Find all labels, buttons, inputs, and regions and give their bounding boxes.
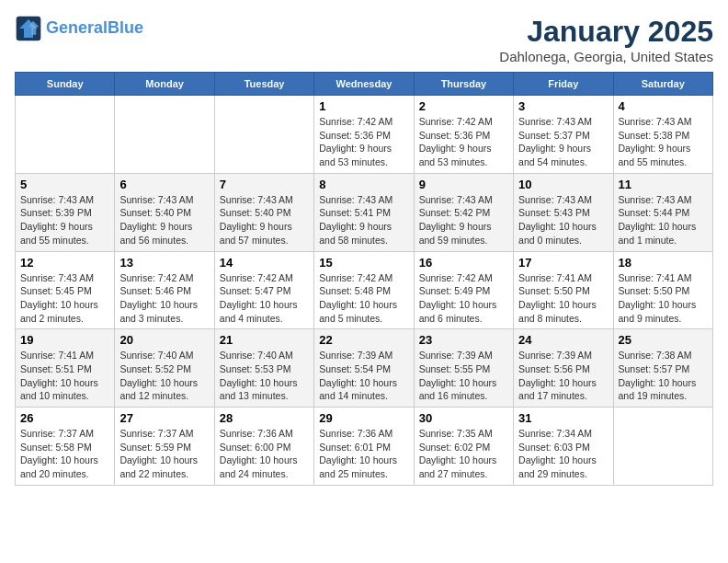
calendar-cell: 5Sunrise: 7:43 AM Sunset: 5:39 PM Daylig… [16, 173, 115, 251]
cell-info: Sunrise: 7:39 AM Sunset: 5:54 PM Dayligh… [319, 349, 408, 403]
col-header-thursday: Thursday [414, 73, 513, 96]
calendar-cell: 31Sunrise: 7:34 AM Sunset: 6:03 PM Dayli… [514, 408, 613, 486]
cell-info: Sunrise: 7:37 AM Sunset: 5:58 PM Dayligh… [20, 427, 109, 481]
cell-info: Sunrise: 7:41 AM Sunset: 5:51 PM Dayligh… [20, 349, 109, 403]
col-header-tuesday: Tuesday [214, 73, 313, 96]
cell-info: Sunrise: 7:36 AM Sunset: 6:01 PM Dayligh… [319, 427, 408, 481]
cell-info: Sunrise: 7:37 AM Sunset: 5:59 PM Dayligh… [119, 427, 209, 481]
calendar-cell: 19Sunrise: 7:41 AM Sunset: 5:51 PM Dayli… [16, 329, 115, 408]
cell-info: Sunrise: 7:43 AM Sunset: 5:38 PM Dayligh… [619, 115, 708, 169]
cell-info: Sunrise: 7:42 AM Sunset: 5:36 PM Dayligh… [319, 115, 408, 169]
calendar-cell: 21Sunrise: 7:40 AM Sunset: 5:53 PM Dayli… [214, 329, 313, 408]
cell-info: Sunrise: 7:36 AM Sunset: 6:00 PM Dayligh… [220, 427, 309, 481]
calendar-cell: 15Sunrise: 7:42 AM Sunset: 5:48 PM Dayli… [314, 251, 414, 329]
cell-date-number: 14 [220, 256, 309, 270]
cell-date-number: 8 [319, 178, 408, 191]
cell-date-number: 17 [518, 256, 608, 270]
cell-date-number: 30 [419, 411, 508, 425]
cell-date-number: 20 [119, 333, 209, 347]
calendar-cell: 1Sunrise: 7:42 AM Sunset: 5:36 PM Daylig… [314, 96, 414, 174]
cell-date-number: 11 [619, 178, 708, 191]
cell-info: Sunrise: 7:43 AM Sunset: 5:45 PM Dayligh… [20, 271, 109, 326]
calendar-cell: 27Sunrise: 7:37 AM Sunset: 5:59 PM Dayli… [115, 408, 214, 486]
cell-date-number: 7 [220, 178, 309, 191]
calendar-cell: 6Sunrise: 7:43 AM Sunset: 5:40 PM Daylig… [115, 173, 214, 251]
cell-date-number: 9 [419, 178, 508, 191]
calendar-cell: 30Sunrise: 7:35 AM Sunset: 6:02 PM Dayli… [414, 408, 513, 486]
cell-info: Sunrise: 7:41 AM Sunset: 5:50 PM Dayligh… [518, 271, 608, 326]
cell-date-number: 21 [220, 333, 309, 347]
page-header: GeneralBlue January 2025 Dahlonega, Geor… [15, 15, 713, 64]
cell-info: Sunrise: 7:43 AM Sunset: 5:44 PM Dayligh… [619, 193, 708, 247]
calendar-cell: 24Sunrise: 7:39 AM Sunset: 5:56 PM Dayli… [514, 329, 613, 408]
cell-info: Sunrise: 7:42 AM Sunset: 5:46 PM Dayligh… [119, 271, 209, 326]
calendar-cell [16, 96, 115, 174]
calendar-cell: 11Sunrise: 7:43 AM Sunset: 5:44 PM Dayli… [613, 173, 712, 251]
calendar-cell: 17Sunrise: 7:41 AM Sunset: 5:50 PM Dayli… [514, 251, 613, 329]
cell-info: Sunrise: 7:40 AM Sunset: 5:52 PM Dayligh… [119, 349, 209, 403]
calendar-cell: 16Sunrise: 7:42 AM Sunset: 5:49 PM Dayli… [414, 251, 513, 329]
cell-date-number: 26 [20, 411, 109, 425]
calendar-cell: 23Sunrise: 7:39 AM Sunset: 5:55 PM Dayli… [414, 329, 513, 408]
cell-info: Sunrise: 7:43 AM Sunset: 5:37 PM Dayligh… [518, 115, 608, 169]
cell-info: Sunrise: 7:41 AM Sunset: 5:50 PM Dayligh… [619, 271, 708, 326]
calendar-cell: 13Sunrise: 7:42 AM Sunset: 5:46 PM Dayli… [115, 251, 214, 329]
cell-date-number: 23 [419, 333, 508, 347]
calendar-cell: 2Sunrise: 7:42 AM Sunset: 5:36 PM Daylig… [414, 96, 513, 174]
col-header-monday: Monday [115, 73, 214, 96]
calendar-cell: 7Sunrise: 7:43 AM Sunset: 5:40 PM Daylig… [214, 173, 313, 251]
calendar-week-1: 1Sunrise: 7:42 AM Sunset: 5:36 PM Daylig… [16, 96, 713, 174]
calendar-week-2: 5Sunrise: 7:43 AM Sunset: 5:39 PM Daylig… [16, 173, 713, 251]
cell-date-number: 28 [220, 411, 309, 425]
cell-date-number: 18 [619, 256, 708, 270]
cell-date-number: 29 [319, 411, 408, 425]
cell-info: Sunrise: 7:43 AM Sunset: 5:39 PM Dayligh… [20, 193, 109, 247]
cell-date-number: 13 [119, 256, 209, 270]
cell-info: Sunrise: 7:42 AM Sunset: 5:49 PM Dayligh… [419, 271, 508, 326]
cell-date-number: 12 [20, 256, 109, 270]
col-header-saturday: Saturday [613, 73, 712, 96]
cell-info: Sunrise: 7:43 AM Sunset: 5:40 PM Dayligh… [119, 193, 209, 247]
cell-date-number: 5 [20, 178, 109, 191]
calendar-cell: 9Sunrise: 7:43 AM Sunset: 5:42 PM Daylig… [414, 173, 513, 251]
cell-info: Sunrise: 7:34 AM Sunset: 6:03 PM Dayligh… [518, 427, 608, 481]
cell-date-number: 1 [319, 99, 408, 113]
cell-info: Sunrise: 7:43 AM Sunset: 5:42 PM Dayligh… [419, 193, 508, 247]
cell-date-number: 3 [518, 99, 608, 113]
cell-info: Sunrise: 7:43 AM Sunset: 5:40 PM Dayligh… [220, 193, 309, 247]
calendar-cell: 28Sunrise: 7:36 AM Sunset: 6:00 PM Dayli… [214, 408, 313, 486]
calendar-cell: 22Sunrise: 7:39 AM Sunset: 5:54 PM Dayli… [314, 329, 414, 408]
cell-date-number: 22 [319, 333, 408, 347]
calendar-title: January 2025 [499, 15, 713, 49]
calendar-cell: 12Sunrise: 7:43 AM Sunset: 5:45 PM Dayli… [16, 251, 115, 329]
calendar-cell: 10Sunrise: 7:43 AM Sunset: 5:43 PM Dayli… [514, 173, 613, 251]
cell-date-number: 27 [119, 411, 209, 425]
calendar-cell: 20Sunrise: 7:40 AM Sunset: 5:52 PM Dayli… [115, 329, 214, 408]
cell-date-number: 10 [518, 178, 608, 191]
cell-date-number: 25 [619, 333, 708, 347]
calendar-cell: 18Sunrise: 7:41 AM Sunset: 5:50 PM Dayli… [613, 251, 712, 329]
cell-info: Sunrise: 7:42 AM Sunset: 5:47 PM Dayligh… [220, 271, 309, 326]
col-header-friday: Friday [514, 73, 613, 96]
cell-date-number: 4 [619, 99, 708, 113]
logo-icon [15, 15, 42, 42]
calendar-week-5: 26Sunrise: 7:37 AM Sunset: 5:58 PM Dayli… [16, 408, 713, 486]
calendar-cell [115, 96, 214, 174]
col-header-sunday: Sunday [16, 73, 115, 96]
cell-date-number: 6 [119, 178, 209, 191]
calendar-cell: 29Sunrise: 7:36 AM Sunset: 6:01 PM Dayli… [314, 408, 414, 486]
cell-date-number: 15 [319, 256, 408, 270]
calendar-body: 1Sunrise: 7:42 AM Sunset: 5:36 PM Daylig… [16, 96, 713, 486]
calendar-week-4: 19Sunrise: 7:41 AM Sunset: 5:51 PM Dayli… [16, 329, 713, 408]
cell-info: Sunrise: 7:40 AM Sunset: 5:53 PM Dayligh… [220, 349, 309, 403]
cell-info: Sunrise: 7:42 AM Sunset: 5:36 PM Dayligh… [419, 115, 508, 169]
cell-date-number: 24 [518, 333, 608, 347]
calendar-subtitle: Dahlonega, Georgia, United States [499, 49, 713, 64]
cell-info: Sunrise: 7:39 AM Sunset: 5:55 PM Dayligh… [419, 349, 508, 403]
calendar-cell: 25Sunrise: 7:38 AM Sunset: 5:57 PM Dayli… [613, 329, 712, 408]
cell-info: Sunrise: 7:39 AM Sunset: 5:56 PM Dayligh… [518, 349, 608, 403]
calendar-header-row: SundayMondayTuesdayWednesdayThursdayFrid… [16, 73, 713, 96]
logo: GeneralBlue [15, 15, 143, 42]
calendar-cell: 26Sunrise: 7:37 AM Sunset: 5:58 PM Dayli… [16, 408, 115, 486]
col-header-wednesday: Wednesday [314, 73, 414, 96]
